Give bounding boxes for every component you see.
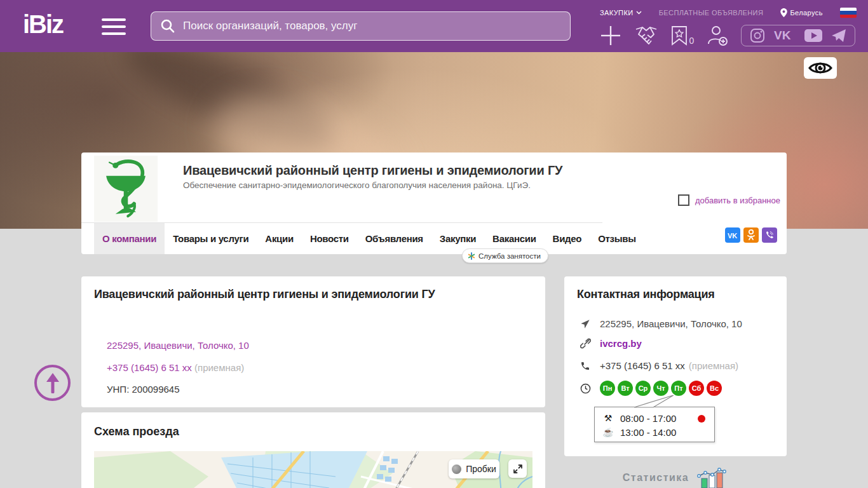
map-fullscreen-button[interactable] [508, 459, 527, 478]
day-pill-Ср[interactable]: Ср [635, 381, 651, 396]
search-input[interactable] [175, 20, 570, 32]
schedule-tooltip-pointer [628, 395, 685, 408]
traffic-button[interactable]: Пробки [449, 459, 499, 478]
instagram-icon[interactable] [750, 28, 765, 43]
tab-ads[interactable]: Объявления [357, 222, 431, 254]
company-phone-link[interactable]: +375 (1645) 6 51 xx [107, 362, 192, 373]
break-hours: 13:00 - 14:00 [620, 427, 676, 438]
status-dot [698, 415, 705, 423]
search-icon [160, 18, 175, 34]
coffee-icon: ☕ [602, 427, 614, 437]
day-pill-Пн[interactable]: Пн [600, 381, 615, 396]
youtube-icon[interactable] [804, 29, 822, 42]
favorite-label: добавить в избранное [695, 196, 780, 205]
tab-news[interactable]: Новости [302, 222, 357, 254]
traffic-light-icon [452, 464, 461, 474]
svg-text:VK: VK [774, 29, 791, 42]
nav-zakupki[interactable]: ЗАКУПКИ [600, 9, 642, 17]
nav-free-ads[interactable]: БЕСПЛАТНЫЕ ОБЪЯВЛЕНИЯ [659, 9, 764, 17]
company-unp: УНП: 200099645 [107, 384, 180, 395]
page: iBiz ЗАКУПКИ БЕСПЛАТНЫЕ ОБЪЯВЛЕНИЯ Белар… [0, 0, 868, 488]
link-icon [579, 338, 592, 349]
tab-about[interactable]: О компании [94, 222, 165, 254]
day-pill-Пт[interactable]: Пт [671, 381, 686, 396]
location-pin-icon [780, 8, 787, 17]
route-map-title: Схема проезда [94, 425, 179, 438]
website-link[interactable]: ivcrcg.by [600, 338, 642, 349]
top-nav: ЗАКУПКИ БЕСПЛАТНЫЕ ОБЪЯВЛЕНИЯ Беларусь [600, 8, 857, 18]
map-canvas[interactable]: Холопья Пробки [94, 451, 532, 488]
plus-icon [600, 25, 621, 46]
search-bar [151, 11, 571, 41]
route-map-card: Схема проезда [81, 412, 545, 488]
contact-phone-note: (приемная) [689, 360, 738, 371]
clock-icon [579, 383, 592, 394]
tab-products[interactable]: Товары и услуги [165, 222, 257, 254]
contact-info-title: Контактная информация [577, 288, 715, 301]
bowl-of-hygieia-icon [100, 158, 152, 219]
contact-info-card: Контактная информация 225295, Ивацевичи,… [564, 276, 787, 456]
day-pill-Вт[interactable]: Вт [618, 381, 633, 396]
tools-icon: ⚒ [602, 413, 614, 423]
tab-promotions[interactable]: Акции [257, 222, 302, 254]
contact-schedule-row: ПнВтСрЧтПтСбВс [579, 381, 722, 396]
company-header-card: Ивацевичский районный центр гигиены и эп… [81, 152, 787, 254]
odnoklassniki-social-icon[interactable] [743, 227, 759, 243]
viber-social-icon[interactable] [762, 227, 777, 243]
contact-website-row: ivcrcg.by [579, 338, 642, 349]
working-hours-tooltip: ⚒ 08:00 - 17:00 ☕ 13:00 - 14:00 [594, 407, 715, 442]
add-to-favorites[interactable]: добавить в избранное [678, 194, 780, 206]
about-title: Ивацевичский районный центр гигиены и эп… [94, 288, 435, 301]
day-pill-Чт[interactable]: Чт [653, 381, 668, 396]
telegram-icon[interactable] [831, 29, 846, 43]
handshake-icon [634, 25, 659, 46]
svg-text:VK: VK [728, 232, 737, 239]
partnership-button[interactable] [634, 25, 659, 46]
russia-flag-icon[interactable] [840, 8, 857, 18]
scroll-to-top-button[interactable] [34, 365, 71, 401]
bookmark-star-icon [671, 25, 688, 46]
employment-service-icon [468, 252, 475, 260]
statistics-link[interactable]: Статистика [564, 467, 787, 488]
statistics-chart-icon [695, 467, 728, 488]
add-button[interactable] [600, 25, 621, 46]
about-phone-row: +375 (1645) 6 51 xx (приемная) [107, 362, 244, 373]
work-hours: 08:00 - 17:00 [620, 413, 676, 424]
contact-phone-row: +375 (1645) 6 51 xx (приемная) [579, 360, 738, 371]
bookmarks-button[interactable]: 0 [671, 25, 695, 46]
arrow-up-icon [44, 373, 61, 393]
header-icon-row: 0 VK [600, 23, 855, 48]
tab-reviews[interactable]: Отзывы [590, 222, 644, 254]
vk-social-icon[interactable]: VK [725, 227, 740, 243]
top-header: iBiz ЗАКУПКИ БЕСПЛАТНЫЕ ОБЪЯВЛЕНИЯ Белар… [0, 0, 868, 52]
vk-icon[interactable]: VK [774, 29, 796, 42]
hamburger-menu-icon[interactable] [102, 18, 126, 35]
nav-country[interactable]: Беларусь [780, 8, 822, 17]
day-pill-Сб[interactable]: Сб [689, 381, 704, 396]
about-company-card: Ивацевичский районный центр гигиены и эп… [81, 276, 545, 407]
company-social-links: VK [725, 227, 777, 243]
navigation-arrow-icon [579, 319, 592, 329]
tab-video[interactable]: Видео [545, 222, 590, 254]
work-hours-row: ⚒ 08:00 - 17:00 [602, 411, 708, 425]
workdays: ПнВтСрЧтПтСбВс [600, 381, 722, 396]
contact-phone: +375 (1645) 6 51 xx [600, 360, 685, 371]
header-social-links: VK [741, 25, 855, 46]
ibiz-logo[interactable]: iBiz [23, 10, 63, 39]
user-add-icon [706, 25, 729, 46]
login-button[interactable] [706, 25, 729, 46]
contact-address: 225295, Ивацевичи, Толочко, 10 [600, 318, 742, 329]
bookmarks-count: 0 [689, 36, 695, 46]
company-name: Ивацевичский районный центр гигиены и эп… [183, 163, 562, 178]
employment-service-label: Служба занятости [478, 252, 541, 260]
statistics-label: Статистика [623, 472, 689, 484]
company-tabs: О компанииТовары и услугиАкцииНовостиОбъ… [81, 222, 787, 254]
company-address-link[interactable]: 225295, Ивацевичи, Толочко, 10 [107, 340, 249, 351]
day-pill-Вс[interactable]: Вс [707, 381, 722, 396]
chevron-down-icon [636, 11, 642, 15]
employment-service-badge[interactable]: Служба занятости [462, 248, 548, 263]
break-hours-row: ☕ 13:00 - 14:00 [602, 425, 708, 439]
accessibility-eye-button[interactable] [804, 57, 837, 79]
favorite-checkbox[interactable] [678, 194, 689, 206]
about-address-row: 225295, Ивацевичи, Толочко, 10 [107, 340, 249, 351]
